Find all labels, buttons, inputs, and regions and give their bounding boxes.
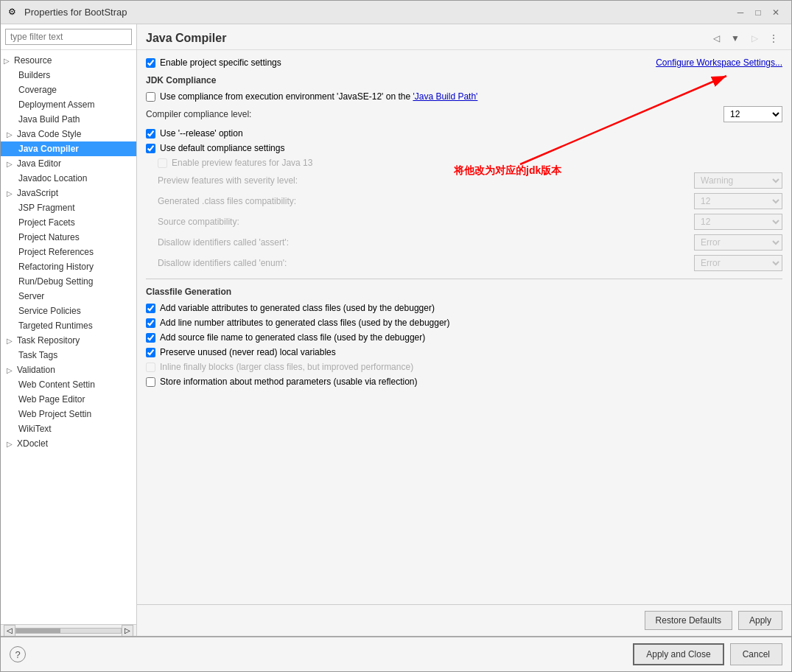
sidebar-item-xdoclet[interactable]: ▷ XDoclet: [1, 436, 136, 451]
panel-footer: Restore Defaults Apply: [137, 604, 791, 636]
horizontal-scrollbar[interactable]: [15, 628, 122, 634]
help-button[interactable]: ?: [10, 646, 26, 662]
use-release-checkbox[interactable]: [146, 129, 155, 139]
apply-close-button[interactable]: Apply and Close: [633, 643, 723, 665]
add-line-label: Add line number attributes to generated …: [160, 318, 450, 328]
window-icon: ⚙: [8, 7, 20, 18]
panel-title: Java Compiler: [146, 32, 226, 45]
panel-toolbar: ◁ ▼ ▷ ⋮: [707, 30, 782, 46]
expand-arrow-icon: ▷: [4, 57, 10, 65]
sidebar-item-jsp-fragment[interactable]: JSP Fragment: [1, 200, 136, 215]
store-checkbox[interactable]: [146, 377, 155, 387]
title-bar-buttons: ─ □ ✕: [732, 4, 784, 21]
sidebar-item-task-repository[interactable]: ▷ Task Repository: [1, 333, 136, 348]
inline-row: Inline finally blocks (larger class file…: [146, 362, 782, 372]
sidebar-item-web-project-setting[interactable]: Web Project Settin: [1, 407, 136, 421]
sidebar-item-java-build-path[interactable]: Java Build Path: [1, 112, 136, 127]
sidebar-item-label: Project Facets: [18, 217, 75, 228]
sidebar-item-web-page-editor[interactable]: Web Page Editor: [1, 392, 136, 407]
sidebar-item-label: Project References: [18, 247, 94, 257]
sidebar-item-label: Java Code Style: [17, 129, 81, 139]
search-box: [1, 24, 136, 50]
sidebar-item-label: Task Repository: [17, 335, 80, 346]
sidebar-item-deployment[interactable]: Deployment Assem: [1, 97, 136, 112]
use-compliance-checkbox[interactable]: [146, 92, 155, 102]
preview-severity-select[interactable]: Warning: [694, 172, 782, 189]
cancel-button[interactable]: Cancel: [730, 643, 782, 665]
scroll-right-button[interactable]: ▷: [122, 625, 133, 637]
use-default-checkbox[interactable]: [146, 144, 155, 153]
add-variable-checkbox[interactable]: [146, 304, 155, 313]
sidebar-item-javascript[interactable]: ▷ JavaScript: [1, 186, 136, 200]
inline-checkbox[interactable]: [146, 363, 155, 372]
title-bar: ⚙ Properties for BootStrap ─ □ ✕: [1, 1, 791, 24]
search-input[interactable]: [5, 29, 132, 45]
sidebar-item-java-compiler[interactable]: Java Compiler: [1, 141, 136, 156]
add-source-label: Add source file name to generated class …: [160, 332, 425, 343]
sidebar-item-label: Task Tags: [18, 350, 57, 360]
add-source-checkbox[interactable]: [146, 333, 155, 343]
sidebar-item-label: Server: [18, 291, 44, 301]
sidebar-item-label: Web Project Settin: [18, 409, 91, 419]
sidebar-item-project-facets[interactable]: Project Facets: [1, 215, 136, 230]
sidebar-item-wikitext[interactable]: WikiText: [1, 421, 136, 436]
disallow-enum-select[interactable]: Error: [694, 255, 782, 271]
preview-severity-label: Preview features with severity level:: [158, 175, 694, 186]
generated-class-select[interactable]: 12: [694, 193, 782, 209]
sidebar-item-label: WikiText: [18, 424, 52, 434]
sidebar-item-label: JavaScript: [17, 188, 58, 198]
use-compliance-label: Use compliance from execution environmen…: [160, 91, 477, 102]
sidebar-item-java-code-style[interactable]: ▷ Java Code Style: [1, 127, 136, 141]
maximize-button[interactable]: □: [750, 4, 766, 21]
preview-features-checkbox[interactable]: [158, 158, 167, 168]
sidebar-item-server[interactable]: Server: [1, 289, 136, 304]
expand-arrow-icon: ▷: [7, 189, 13, 197]
sidebar-item-label: Run/Debug Setting: [18, 276, 93, 287]
configure-workspace-link[interactable]: Configure Workspace Settings...: [656, 57, 782, 68]
compliance-level-label: Compiler compliance level:: [146, 109, 723, 119]
more-options-button[interactable]: ⋮: [765, 30, 782, 46]
minimize-button[interactable]: ─: [732, 4, 749, 21]
sidebar-item-targeted-runtimes[interactable]: Targeted Runtimes: [1, 318, 136, 333]
use-release-label: Use '--release' option: [160, 128, 243, 139]
sidebar-item-label: JSP Fragment: [18, 203, 74, 213]
sidebar-item-refactoring-history[interactable]: Refactoring History: [1, 259, 136, 274]
sidebar-item-label: Java Build Path: [18, 114, 80, 125]
sidebar-item-resource[interactable]: ▷ Resource: [1, 53, 136, 68]
expand-arrow-icon: ▷: [7, 130, 13, 139]
enable-specific-checkbox[interactable]: [146, 58, 155, 68]
scroll-left-button[interactable]: ◁: [4, 625, 15, 637]
java-build-path-link[interactable]: 'Java Build Path': [413, 91, 477, 102]
add-line-checkbox[interactable]: [146, 318, 155, 328]
disallow-assert-select[interactable]: Error: [694, 234, 782, 251]
panel-header: Java Compiler ◁ ▼ ▷ ⋮: [137, 24, 791, 50]
sidebar-item-javadoc-location[interactable]: Javadoc Location: [1, 171, 136, 186]
sidebar-item-label: Java Editor: [17, 158, 61, 169]
sidebar-item-project-references[interactable]: Project References: [1, 245, 136, 259]
preview-features-label: Enable preview features for Java 13: [172, 158, 312, 168]
generated-class-label: Generated .class files compatibility:: [158, 196, 694, 206]
sidebar-item-label: Refactoring History: [18, 262, 94, 272]
sidebar-item-service-policies[interactable]: Service Policies: [1, 304, 136, 318]
sidebar-item-coverage[interactable]: Coverage: [1, 83, 136, 97]
sidebar-item-web-content[interactable]: Web Content Settin: [1, 377, 136, 392]
sidebar-item-label: Resource: [14, 55, 52, 66]
restore-defaults-button[interactable]: Restore Defaults: [645, 611, 732, 630]
source-compat-select[interactable]: 12: [694, 214, 782, 230]
apply-button[interactable]: Apply: [738, 611, 782, 630]
sidebar-item-run-debug[interactable]: Run/Debug Setting: [1, 274, 136, 289]
compliance-level-select[interactable]: 1.51.61.71.8 910111213: [723, 106, 782, 122]
add-variable-label: Add variable attributes to generated cla…: [160, 303, 435, 313]
sidebar-item-project-natures[interactable]: Project Natures: [1, 230, 136, 245]
back-button[interactable]: ◁: [707, 30, 725, 46]
close-button[interactable]: ✕: [768, 4, 784, 21]
classfile-section-title: Classfile Generation: [146, 287, 782, 297]
sidebar-item-validation[interactable]: ▷ Validation: [1, 363, 136, 377]
source-compat-row: Source compatibility: 12: [146, 214, 782, 230]
back-dropdown-button[interactable]: ▼: [726, 30, 744, 46]
sidebar-item-builders[interactable]: Builders: [1, 68, 136, 83]
sidebar-item-java-editor[interactable]: ▷ Java Editor: [1, 156, 136, 171]
preserve-checkbox[interactable]: [146, 348, 155, 357]
forward-button[interactable]: ▷: [746, 30, 763, 46]
sidebar-item-task-tags[interactable]: Task Tags: [1, 348, 136, 363]
